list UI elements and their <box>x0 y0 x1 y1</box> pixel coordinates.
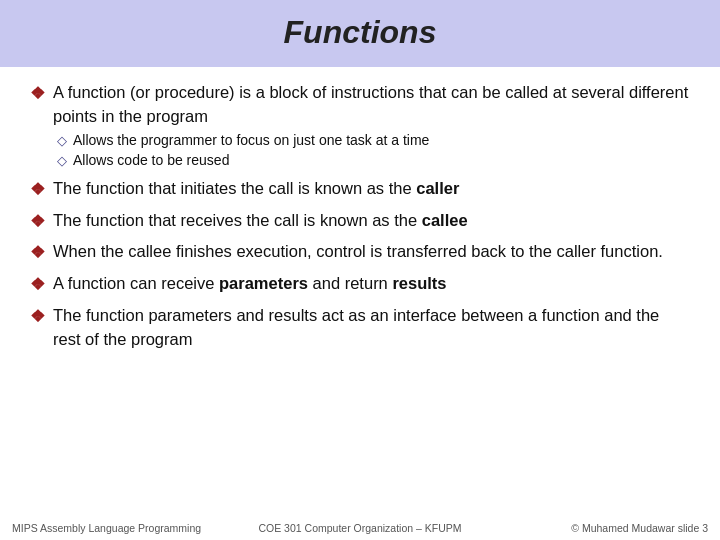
footer-left: MIPS Assembly Language Programming <box>12 522 244 534</box>
bullet-3: ❖ The function that receives the call is… <box>30 209 690 235</box>
sub-bullet-1-1: ◇ Allows the programmer to focus on just… <box>57 131 690 151</box>
bullet-1-text: A function (or procedure) is a block of … <box>53 83 688 125</box>
footer: MIPS Assembly Language Programming COE 3… <box>0 517 720 540</box>
bullet-4-text: When the callee finishes execution, cont… <box>53 242 663 260</box>
bullet-text-2: The function that initiates the call is … <box>53 177 690 201</box>
slide-title: Functions <box>20 14 700 51</box>
sub-bullet-1-2: ◇ Allows code to be reused <box>57 151 690 171</box>
bullet-icon-2: ❖ <box>30 178 45 203</box>
bullet-3-bold: callee <box>422 211 468 229</box>
bullet-text-5: A function can receive parameters and re… <box>53 272 690 296</box>
sub-bullet-text-1-2: Allows code to be reused <box>73 151 690 171</box>
bullet-text-6: The function parameters and results act … <box>53 304 690 352</box>
bullet-2-before: The function that initiates the call is … <box>53 179 416 197</box>
title-bar: Functions <box>0 0 720 67</box>
bullet-1: ❖ A function (or procedure) is a block o… <box>30 81 690 171</box>
bullet-text-4: When the callee finishes execution, cont… <box>53 240 690 264</box>
bullet-5-middle: and return <box>308 274 392 292</box>
footer-right: © Muhamed Mudawar slide 3 <box>476 522 708 534</box>
bullet-6-text: The function parameters and results act … <box>53 306 659 348</box>
bullet-text-1: A function (or procedure) is a block of … <box>53 81 690 171</box>
bullet-icon-4: ❖ <box>30 241 45 266</box>
bullet-5-before: A function can receive <box>53 274 219 292</box>
footer-center: COE 301 Computer Organization – KFUPM <box>244 522 476 534</box>
bullet-2: ❖ The function that initiates the call i… <box>30 177 690 203</box>
bullet-3-before: The function that receives the call is k… <box>53 211 422 229</box>
bullet-5: ❖ A function can receive parameters and … <box>30 272 690 298</box>
bullet-4: ❖ When the callee finishes execution, co… <box>30 240 690 266</box>
bullet-5-bold2: results <box>392 274 446 292</box>
bullet-icon-1: ❖ <box>30 82 45 107</box>
sub-bullets-1: ◇ Allows the programmer to focus on just… <box>57 131 690 171</box>
bullet-icon-6: ❖ <box>30 305 45 330</box>
slide: Functions ❖ A function (or procedure) is… <box>0 0 720 540</box>
sub-bullet-text-1-1: Allows the programmer to focus on just o… <box>73 131 690 151</box>
bullet-icon-5: ❖ <box>30 273 45 298</box>
sub-bullet-icon-1-2: ◇ <box>57 152 67 170</box>
bullet-icon-3: ❖ <box>30 210 45 235</box>
slide-content: ❖ A function (or procedure) is a block o… <box>0 77 720 517</box>
bullet-text-3: The function that receives the call is k… <box>53 209 690 233</box>
bullet-6: ❖ The function parameters and results ac… <box>30 304 690 352</box>
bullet-5-bold1: parameters <box>219 274 308 292</box>
sub-bullet-icon-1-1: ◇ <box>57 132 67 150</box>
bullet-2-bold: caller <box>416 179 459 197</box>
